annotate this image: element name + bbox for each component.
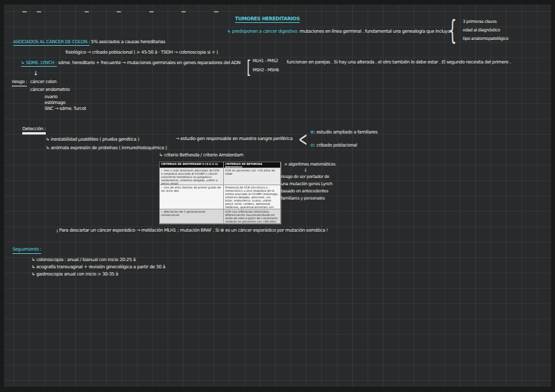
deteccion-bullet-1: ↳ inestabilidad μsatélites ( prueba gené…	[46, 137, 139, 143]
intro-rest: mutaciones en línea germinal . fundament…	[298, 29, 450, 34]
lynch-lead: ↳ SDME. LYNCH :	[21, 60, 57, 67]
algoritmos-head: + algoritmos matemáticos	[284, 162, 335, 167]
positive-branch-text: : estudio ampliado a familiares	[314, 130, 378, 135]
algoritmos-line: una mutación genes Lynch	[281, 182, 332, 187]
algoritmos-line: familiares y personales	[281, 196, 325, 201]
cribado-line: fisiológico → cribado poblacional ( > 45…	[65, 50, 218, 56]
genealogy-key-2: edad al diagnóstico	[463, 28, 500, 33]
sporadic-note: ¡ Para descartar un cáncer esporádico → …	[56, 228, 328, 234]
riesgo-item: cáncer colon	[30, 80, 56, 85]
gene-pair-1: MLH1 - PMS2	[253, 59, 278, 63]
table-header-bethesda: CRITERIOS DE BETHESDA REVISADOS	[224, 162, 281, 168]
cell-text: Afectación de 2 generaciones consecutiva…	[161, 210, 206, 217]
stroke-remnant	[149, 11, 154, 12]
table-header-amsterdam: CRITERIOS DE ÁMSTERDAM II (3-2-1-1)	[160, 162, 224, 168]
criteria-bullet: ↳ criterio Bethesda / criterio Amsterdam	[159, 153, 243, 158]
split-angle-icon: <	[298, 128, 308, 151]
stroke-remnant	[116, 11, 121, 12]
cell-text: Presencia de CCR sincrónico o metacrónic…	[225, 186, 278, 209]
riesgo-item: ovario	[45, 95, 58, 100]
genealogy-key-3: tipo anatomopatológico	[463, 37, 509, 41]
colon-lead: ASOCIADOS AL CÁNCER DE COLON :	[13, 39, 90, 46]
stroke-remnant	[181, 11, 186, 12]
stroke-remnant	[84, 11, 89, 12]
table-cell-bethesda-3: CCR con infiltración linfocitaria, difer…	[224, 209, 281, 224]
cell-text: Tres o más familiares afectados de CCR o…	[161, 169, 219, 185]
seguimiento-label: Seguimiento :	[12, 247, 41, 254]
page-title: TUMORES HEREDITARIOS	[235, 16, 300, 23]
algoritmos-line: basado en antecedentes	[281, 189, 329, 194]
table-cell-amsterdam-3: –Afectación de 2 generaciones consecutiv…	[160, 209, 224, 224]
cell-text: Uno de ellos familiar de primer grado de…	[161, 186, 221, 192]
positive-branch: ⊕: estudio ampliado a familiares	[310, 130, 378, 135]
riesgo-item: cáncer endometrio	[30, 88, 69, 93]
gene-pair-2: MSH2 - MSH6	[253, 68, 279, 73]
seguimiento-item: ↳ gastroscopia anual con inicio > 30-35 …	[31, 272, 118, 277]
negative-branch: ⊖: cribado poblacional	[310, 143, 357, 149]
riesgo-item: SNC → sdme. Turcot	[45, 107, 86, 112]
cell-text: CCR en pacientes con <50 años de edad	[225, 169, 275, 175]
stroke-remnant	[22, 11, 27, 12]
note-canvas[interactable]: TUMORES HEREDITARIOS ↳ predisponen a cán…	[4, 5, 551, 387]
criteria-table: CRITERIOS DE ÁMSTERDAM II (3-2-1-1) CRIT…	[159, 162, 281, 224]
deteccion-study: → estudio gen responsable en muestra san…	[175, 137, 293, 142]
negative-branch-text: : cribado poblacional	[314, 143, 357, 148]
square-bracket-icon: [	[247, 57, 251, 79]
table-cell-bethesda-1: CCR en pacientes con <50 años de edad	[224, 168, 281, 185]
lynch-line: ↳ SDME. LYNCH : sdme. hereditario + frec…	[21, 61, 241, 66]
deteccion-label: Detección :	[22, 127, 46, 132]
seguimiento-item: ↳ colonoscopia : anual / bianual con ini…	[31, 258, 135, 263]
notes-screenshot: TUMORES HEREDITARIOS ↳ predisponen a cán…	[0, 0, 555, 392]
cell-text: CCR con infiltración linfocitaria, difer…	[225, 210, 278, 224]
table-cell-amsterdam-2: –Uno de ellos familiar de primer grado d…	[160, 185, 224, 209]
riesgo-label: riesgo :	[12, 80, 27, 86]
down-arrow-icon: ↓	[304, 168, 307, 173]
seguimiento-item: ↳ ecografía transvaginal + revisión gine…	[31, 265, 165, 270]
lynch-rest: sdme. hereditario + frecuente → mutacion…	[57, 60, 241, 65]
intro-line: ↳ predisponen a cáncer digestivo: mutaci…	[227, 29, 450, 35]
algoritmos-line: riesgo de ser portador de	[281, 175, 329, 179]
down-arrow-icon: ↓	[33, 71, 38, 77]
table-cell-amsterdam-1: –Tres o más familiares afectados de CCR …	[160, 168, 224, 185]
stroke-remnant	[214, 11, 219, 12]
colon-rest: 5% asociados a causas hereditarias	[90, 39, 165, 45]
curly-brace-icon: {	[448, 15, 457, 45]
intro-lead: ↳ predisponen a cáncer digestivo:	[227, 29, 298, 34]
table-cell-bethesda-2: Presencia de CCR sincrónico o metacrónic…	[224, 185, 281, 209]
deteccion-bullet-2: ↳ anómala expresión de proteínas ( inmun…	[46, 146, 167, 151]
stroke-remnant	[37, 11, 41, 12]
genealogy-key-1: 3 primeras claves	[463, 20, 497, 24]
colon-line: ASOCIADOS AL CÁNCER DE COLON : 5% asocia…	[13, 40, 165, 45]
riesgo-item: estómago	[45, 101, 65, 106]
lynch-note: funcionan en parejas . Si hay una altera…	[287, 60, 511, 65]
